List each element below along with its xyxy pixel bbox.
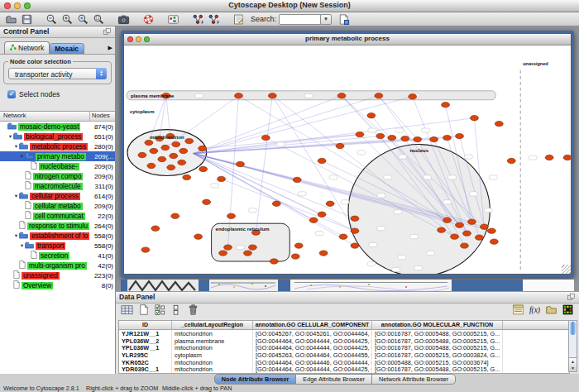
network-tree-row[interactable]: cell communicat22(0) [0,211,115,221]
network-tree-row[interactable]: response to stimulu264(0) [0,221,115,231]
column-header[interactable]: annotation.GO CELLULAR_COMPONENT [253,321,372,329]
attribute-table-icon[interactable] [121,304,133,319]
graph-node[interactable] [158,156,166,161]
graph-node[interactable] [171,213,179,218]
table-row[interactable]: YLR295Ccytoplasm[GO:0045263, GO:0044464,… [119,351,569,359]
help-icon[interactable] [141,13,156,26]
graph-node[interactable] [161,145,170,150]
graph-node[interactable] [235,93,243,98]
graph-node[interactable] [490,239,498,244]
table-row[interactable]: YKR052Cmitochondrion[GO:0044464, GO:0044… [119,359,569,366]
table-row[interactable]: YPL036W__2plasma membrane[GO:0044464, GO… [119,337,569,345]
graph-node[interactable] [309,218,318,222]
table-scrollbar[interactable]: ▲▼ [568,320,577,372]
network-tree-row[interactable]: ▼transport558(0) [0,241,115,251]
network-tree-row[interactable]: ▼biological_process651(0) [0,131,115,141]
graph-node[interactable] [487,228,495,233]
graph-node[interactable] [203,199,211,204]
network-tree-row[interactable]: ▼metabolic process280(0) [0,141,115,151]
node-color-dropdown[interactable]: transporter activity ▲▼ [8,68,107,79]
window-fragment[interactable] [452,280,523,291]
window-fragment[interactable] [121,280,127,291]
network-canvas[interactable]: plasma membranecytoplasmmitochondrionnuc… [124,45,571,274]
window-fragment[interactable] [278,280,290,291]
graph-node[interactable] [150,148,158,153]
network-tree-row[interactable]: ▼establishment of lo558(0) [0,231,115,241]
graph-node[interactable] [147,163,156,168]
graph-node[interactable] [172,141,180,146]
zoom-selected-icon[interactable] [76,13,90,26]
graph-node[interactable] [456,222,464,227]
delete-attribute-icon[interactable] [187,304,199,319]
graph-node[interactable] [272,201,280,206]
graph-node[interactable] [199,166,208,171]
graph-node[interactable] [336,143,344,148]
graph-node[interactable] [430,136,438,141]
network-tree-row[interactable]: macromolecule311(0) [0,181,115,191]
graph-node[interactable] [339,234,347,239]
tab-network-attribute-browser[interactable]: Network Attribute Browser [372,374,456,385]
column-header[interactable]: _cellularLayoutRegion [172,321,253,329]
graph-node[interactable] [451,234,459,239]
float-panel-icon[interactable] [103,27,112,37]
graph-node[interactable] [227,213,236,218]
graph-node[interactable] [179,148,188,153]
tab-mosaic[interactable]: Mosaic [50,43,84,54]
graph-node[interactable] [268,93,276,98]
network-window-titlebar[interactable]: primary metabolic process [124,34,571,45]
graph-node[interactable] [443,135,452,140]
save-session-icon[interactable] [20,13,34,26]
edit-attributes-icon[interactable] [232,13,246,26]
graph-node[interactable] [318,158,326,163]
network-tree-row[interactable]: ▼primary metabo209(... [0,151,115,161]
graph-node[interactable] [401,136,409,141]
graph-node[interactable] [219,251,227,256]
graph-node[interactable] [351,243,359,248]
graph-node[interactable] [243,251,251,256]
window-fragment[interactable] [199,280,209,291]
graph-node[interactable] [356,131,364,136]
graph-node[interactable] [460,243,468,248]
network-tree-row[interactable]: multi-organism pro42(0) [0,261,115,270]
tab-overflow-arrow[interactable]: ▶ [108,45,112,51]
graph-node[interactable] [199,146,207,151]
window-fragment[interactable] [127,280,199,291]
graph-node[interactable] [507,158,515,163]
table-row[interactable]: YDR039C__1mitochondrion[GO:0044464, GO:0… [119,366,569,373]
zoom-in-icon[interactable] [60,13,74,26]
snapshot-icon[interactable] [117,13,131,26]
float-panel-icon[interactable] [567,293,576,303]
import-attributes-icon[interactable] [545,304,557,319]
unselect-attributes-icon[interactable] [170,304,183,319]
graph-node[interactable] [236,161,244,166]
graph-node[interactable] [480,224,488,229]
graph-node[interactable] [224,245,232,250]
tab-network[interactable]: Network [4,41,50,54]
expand-arrow-icon[interactable]: ▼ [19,243,25,248]
graph-node[interactable] [318,212,326,217]
import-network-icon[interactable] [191,13,205,26]
expand-arrow-icon[interactable]: ▼ [13,194,19,198]
network-tree-row[interactable]: nitrogen compo209(0) [0,171,115,181]
network-tree-row[interactable]: Overview8(0) [0,280,115,290]
graph-node[interactable] [388,135,396,140]
select-nodes-checkbox[interactable]: ✓ [7,90,16,98]
tab-node-attribute-browser[interactable]: Node Attribute Browser [214,374,297,385]
expand-arrow-icon[interactable]: ▼ [19,154,25,159]
graph-node[interactable] [291,254,299,259]
graph-node[interactable] [145,140,153,145]
attribute-panel-icon[interactable] [512,304,524,319]
graph-node[interactable] [438,227,446,232]
graph-node[interactable] [151,226,160,231]
graph-node[interactable] [442,103,450,108]
tab-edge-attribute-browser[interactable]: Edge Attribute Browser [296,374,372,385]
network-view-window[interactable]: primary metabolic process plasma membran… [121,31,574,277]
graph-node[interactable] [376,133,385,138]
zoom-fit-icon[interactable] [92,13,106,26]
graph-node[interactable] [248,245,256,250]
expand-arrow-icon[interactable]: ▼ [13,233,19,238]
network-tree-row[interactable]: ▼cellular process614(0) [0,191,115,201]
graph-node[interactable] [294,243,303,248]
graph-node[interactable] [170,153,178,158]
network-tree-row[interactable]: mosaic-demo-yeast874(0) [0,122,115,131]
